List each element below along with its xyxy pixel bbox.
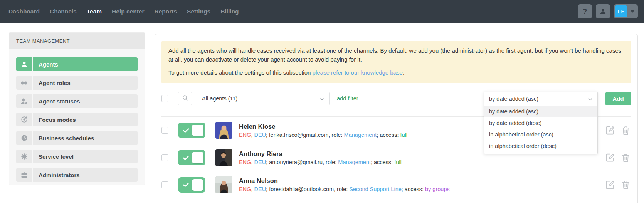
- account-menu-button[interactable]: LF: [614, 4, 638, 18]
- nav-item-dashboard[interactable]: Dashboard: [8, 8, 40, 15]
- toggle-knob: [192, 125, 203, 136]
- nav-item-settings[interactable]: Settings: [187, 8, 210, 15]
- row-actions: [605, 180, 631, 190]
- agents-filter-value: All agents (11): [202, 95, 237, 102]
- row-checkbox[interactable]: [161, 127, 168, 134]
- access-label: ; access:: [377, 132, 400, 138]
- agent-row: Anna Nelson ENG, DEU; forestdahlia@outlo…: [161, 171, 631, 198]
- access-value: by groups: [425, 186, 450, 192]
- agent-info: Helen Kiose ENG, DEU; lenka.frisco@gmail…: [239, 123, 407, 138]
- info-paragraph: To get more details about the settings o…: [168, 68, 624, 77]
- toolbar-right: by date added (asc) by date added (asc) …: [484, 92, 631, 105]
- search-button[interactable]: [178, 92, 192, 105]
- edit-icon[interactable]: [605, 180, 615, 190]
- sort-option-alpha-desc[interactable]: in alphabetical order (desc): [484, 140, 597, 152]
- nav-item-billing[interactable]: Billing: [220, 8, 239, 15]
- edit-icon[interactable]: [605, 153, 615, 163]
- sidebar-item-service-level[interactable]: Service level: [16, 150, 138, 163]
- sidebar-item-label: Focus modes: [33, 113, 138, 126]
- nav-item-channels[interactable]: Channels: [50, 8, 77, 15]
- sidebar-item-label: Administrators: [33, 168, 138, 182]
- chevron-down-icon: [320, 95, 324, 102]
- agent-info: Anna Nelson ENG, DEU; forestdahlia@outlo…: [239, 177, 450, 192]
- add-filter-link[interactable]: add filter: [337, 95, 358, 102]
- role-link[interactable]: Second Support Line: [349, 186, 401, 192]
- info-paragraph: Add all the agents who will handle cases…: [168, 47, 624, 64]
- nav-item-reports[interactable]: Reports: [155, 8, 177, 15]
- sidebar-item-focus-modes[interactable]: Focus modes: [16, 113, 138, 126]
- avatar: [215, 176, 232, 193]
- sort-select-value: by date added (asc): [489, 96, 538, 102]
- profile-button[interactable]: [596, 4, 610, 18]
- sort-select-field[interactable]: by date added (asc): [484, 92, 597, 106]
- language-tag: DEU: [254, 132, 266, 138]
- sidebar-item-administrators[interactable]: Administrators: [16, 168, 138, 182]
- agents-filter-select[interactable]: All agents (11): [197, 92, 330, 105]
- agent-email-text: ; antonyriera@gmail.ru, role:: [266, 159, 338, 165]
- sidebar-item-label: Agents: [33, 57, 138, 71]
- mask-icon: [16, 76, 32, 90]
- sidebar-item-label: Service level: [33, 150, 138, 163]
- agent-name: Helen Kiose: [239, 123, 407, 130]
- sidebar-item-label: Agent statuses: [33, 94, 138, 108]
- person-icon: [16, 57, 32, 71]
- role-link[interactable]: Management: [338, 159, 371, 165]
- agent-email-text: ; forestdahlia@outlook.com, role:: [266, 186, 349, 192]
- help-button[interactable]: ?: [578, 4, 592, 18]
- agent-info: Anthony Riera ENG, DEU; antonyriera@gmai…: [239, 150, 402, 165]
- agent-meta: ENG, DEU; lenka.frisco@gmail.com, role: …: [239, 132, 407, 138]
- language-tag: DEU: [254, 159, 266, 165]
- check-icon: [182, 127, 190, 134]
- active-toggle[interactable]: [178, 150, 205, 165]
- sidebar-item-agents[interactable]: Agents: [16, 57, 138, 71]
- info-text: .: [403, 69, 404, 76]
- access-label: ; access:: [371, 159, 394, 165]
- target-icon: [16, 113, 32, 126]
- chevron-down-icon: [588, 96, 592, 102]
- access-value: full: [400, 132, 407, 138]
- agent-name: Anna Nelson: [239, 177, 450, 185]
- top-navigation-bar: Dashboard Channels Team Help center Repo…: [0, 0, 644, 23]
- agent-email-text: ; lenka.frisco@gmail.com, role:: [266, 132, 344, 138]
- row-checkbox[interactable]: [161, 181, 168, 188]
- role-link[interactable]: Management: [344, 132, 377, 138]
- active-toggle[interactable]: [178, 123, 205, 138]
- active-toggle[interactable]: [178, 177, 205, 193]
- sidebar-item-agent-statuses[interactable]: Agent statuses: [16, 94, 138, 108]
- sidebar-item-label: Business schedules: [33, 131, 138, 145]
- row-checkbox[interactable]: [161, 154, 168, 161]
- select-all-checkbox[interactable]: [161, 95, 168, 102]
- add-agent-button[interactable]: Add: [605, 92, 631, 105]
- delete-icon[interactable]: [621, 126, 631, 135]
- avatar: LF: [615, 5, 627, 17]
- avatar: [215, 149, 232, 166]
- language-tag: ENG: [239, 186, 251, 192]
- sort-select: by date added (asc) by date added (asc) …: [484, 92, 598, 105]
- edit-icon[interactable]: [605, 125, 615, 135]
- sort-dropdown-panel: by date added (asc) by date added (asc) …: [484, 92, 598, 154]
- row-actions: [605, 153, 631, 163]
- sort-option-date-asc[interactable]: by date added (asc): [484, 106, 597, 117]
- nav-item-team[interactable]: Team: [87, 8, 102, 15]
- delete-icon[interactable]: [621, 153, 631, 163]
- language-tag: DEU: [254, 186, 266, 192]
- sort-option-date-desc[interactable]: by date added (desc): [484, 117, 597, 129]
- team-management-sidebar: TEAM MANAGEMENT Agents Agent roles: [9, 32, 145, 185]
- agent-meta: ENG, DEU; forestdahlia@outlook.com, role…: [239, 186, 450, 192]
- topbar-actions: ? LF: [578, 4, 638, 18]
- sidebar-list: Agents Agent roles Agent statuses: [9, 49, 145, 190]
- toggle-knob: [192, 179, 203, 191]
- sidebar-item-agent-roles[interactable]: Agent roles: [16, 76, 138, 90]
- sidebar-item-business-schedules[interactable]: Business schedules: [16, 131, 138, 145]
- clock-icon: [16, 131, 32, 145]
- question-mark-icon: ?: [583, 7, 587, 16]
- delete-icon[interactable]: [621, 180, 631, 190]
- nav-item-help-center[interactable]: Help center: [112, 8, 144, 15]
- agents-toolbar: All agents (11) add filter by date added…: [161, 92, 631, 105]
- agent-meta: ENG, DEU; antonyriera@gmail.ru, role: Ma…: [239, 159, 402, 165]
- search-icon: [182, 95, 188, 103]
- sort-option-alpha-asc[interactable]: in alphabetical order (asc): [484, 129, 597, 140]
- knowledge-base-link[interactable]: please refer to our knowledge base: [313, 69, 403, 76]
- toggle-knob: [192, 152, 203, 163]
- sidebar-item-label: Agent roles: [33, 76, 138, 90]
